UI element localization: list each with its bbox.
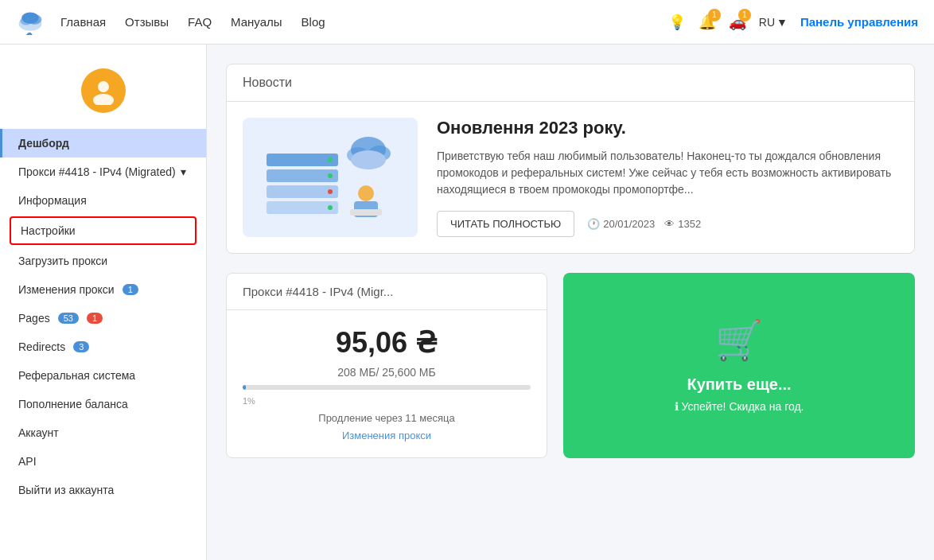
- nav-faq[interactable]: FAQ: [188, 15, 212, 29]
- svg-point-13: [328, 189, 333, 194]
- progress-label: 1%: [243, 396, 531, 406]
- news-section-title: Новости: [227, 64, 914, 102]
- sidebar-item-api[interactable]: API: [0, 447, 206, 476]
- buy-card[interactable]: 🛒 Купить еще... ℹ Успейте! Скидка на год…: [563, 273, 915, 458]
- pages-badge-red: 1: [87, 313, 103, 324]
- svg-rect-9: [267, 185, 338, 198]
- svg-rect-10: [267, 201, 338, 214]
- proxy-card: Прокси #4418 - IPv4 (Migr... 95,06 ₴ 208…: [226, 273, 547, 458]
- news-image: [243, 118, 418, 237]
- bell-badge: 1: [708, 9, 721, 21]
- sidebar: Дешборд Прокси #4418 - IPv4 (Migrated) ▾…: [0, 45, 207, 560]
- car-badge: 1: [738, 9, 751, 21]
- sidebar-item-logout[interactable]: Выйти из аккаунта: [0, 476, 206, 504]
- panel-link[interactable]: Панель управления: [800, 15, 918, 29]
- nav-reviews[interactable]: Отзывы: [125, 15, 169, 29]
- svg-rect-21: [350, 209, 382, 216]
- sidebar-item-referral[interactable]: Реферальная система: [0, 361, 206, 390]
- svg-point-18: [351, 150, 386, 169]
- proxy-card-body: 95,06 ₴ 208 МБ/ 25,600 МБ 1% Продление ч…: [227, 310, 547, 457]
- car-icon[interactable]: 🚗 1: [729, 14, 746, 31]
- eye-icon: 👁: [664, 218, 675, 230]
- avatar-section: [0, 60, 206, 129]
- sidebar-item-settings[interactable]: Настройки: [10, 216, 197, 245]
- clock-icon: 🕐: [587, 218, 600, 230]
- cart-icon: 🛒: [715, 318, 763, 363]
- pages-badge: 53: [58, 313, 79, 324]
- sidebar-item-account[interactable]: Аккаунт: [0, 418, 206, 447]
- svg-point-14: [328, 205, 333, 210]
- nav-home[interactable]: Главная: [60, 15, 106, 29]
- bottom-row: Прокси #4418 - IPv4 (Migr... 95,06 ₴ 208…: [226, 273, 915, 458]
- changes-badge: 1: [123, 284, 138, 295]
- svg-rect-8: [267, 169, 338, 182]
- proxy-traffic: 208 МБ/ 25,600 МБ: [243, 366, 531, 379]
- nav-manuals[interactable]: Мануалы: [231, 15, 282, 29]
- news-body: Оновлення 2023 року. Приветствую тебя на…: [227, 102, 914, 253]
- proxy-card-title: Прокси #4418 - IPv4 (Migr...: [227, 274, 547, 310]
- progress-bar: [243, 385, 531, 390]
- logo[interactable]: ☁: [16, 8, 45, 37]
- svg-rect-7: [267, 154, 338, 166]
- news-content: Оновлення 2023 року. Приветствую тебя на…: [437, 118, 898, 237]
- sidebar-item-download[interactable]: Загрузить прокси: [0, 247, 206, 275]
- svg-point-19: [358, 185, 374, 201]
- sidebar-item-balance[interactable]: Пополнение баланса: [0, 390, 206, 418]
- progress-fill: [243, 385, 246, 390]
- svg-point-3: [21, 12, 39, 23]
- news-card: Новости: [226, 64, 915, 254]
- avatar: [81, 68, 126, 113]
- layout: Дешборд Прокси #4418 - IPv4 (Migrated) ▾…: [0, 45, 934, 560]
- language-selector[interactable]: RU ▼: [759, 16, 788, 29]
- chevron-down-icon: ▾: [181, 165, 186, 178]
- renewal-text: Продление через 11 месяца: [243, 412, 531, 424]
- sidebar-item-info[interactable]: Информация: [0, 186, 206, 215]
- svg-text:☁: ☁: [25, 29, 33, 37]
- main-content: Новости: [207, 45, 934, 560]
- buy-title: Купить еще...: [687, 375, 791, 394]
- proxy-price: 95,06 ₴: [243, 326, 531, 360]
- nav-blog[interactable]: Blog: [302, 15, 325, 29]
- sidebar-item-dashboard[interactable]: Дешборд: [0, 129, 206, 158]
- sidebar-item-redirects[interactable]: Redirects 3: [0, 332, 206, 361]
- header: ☁ Главная Отзывы FAQ Мануалы Blog 💡 🔔 1 …: [0, 0, 934, 45]
- svg-point-11: [328, 158, 333, 162]
- header-right: 💡 🔔 1 🚗 1 RU ▼ Панель управления: [668, 14, 918, 31]
- bulb-icon[interactable]: 💡: [668, 14, 686, 31]
- svg-point-5: [98, 81, 109, 92]
- svg-point-12: [328, 173, 333, 178]
- sidebar-item-proxy[interactable]: Прокси #4418 - IPv4 (Migrated) ▾: [0, 158, 206, 186]
- news-date: 🕐 20/01/2023: [587, 218, 655, 230]
- news-views: 👁 1352: [664, 218, 701, 230]
- main-nav: Главная Отзывы FAQ Мануалы Blog: [60, 15, 668, 29]
- buy-subtitle: ℹ Успейте! Скидка на год.: [675, 400, 804, 413]
- changes-link[interactable]: Изменения прокси: [342, 430, 431, 441]
- read-more-button[interactable]: ЧИТАТЬ ПОЛНОСТЬЮ: [437, 211, 574, 237]
- bell-icon[interactable]: 🔔 1: [699, 14, 716, 31]
- news-title: Оновлення 2023 року.: [437, 118, 898, 138]
- news-meta: 🕐 20/01/2023 👁 1352: [587, 218, 701, 230]
- chevron-down-icon: ▼: [776, 16, 788, 29]
- news-footer: ЧИТАТЬ ПОЛНОСТЬЮ 🕐 20/01/2023 👁 1352: [437, 211, 898, 237]
- sidebar-item-pages[interactable]: Pages 53 1: [0, 304, 206, 332]
- sidebar-item-changes[interactable]: Изменения прокси 1: [0, 275, 206, 304]
- svg-point-6: [93, 94, 114, 105]
- news-text: Приветствую тебя наш любимый пользовател…: [437, 148, 898, 198]
- redirects-badge: 3: [73, 341, 89, 352]
